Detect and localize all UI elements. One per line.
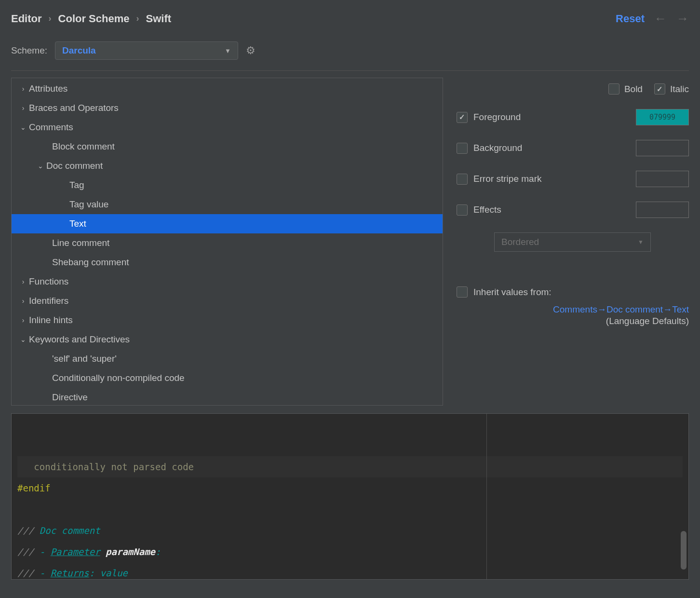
preview-line: conditionally not parsed code: [17, 456, 683, 477]
breadcrumb-swift[interactable]: Swift: [146, 13, 172, 25]
tree-item-braces[interactable]: ›Braces and Operators: [12, 98, 443, 118]
effects-label: Effects: [473, 204, 501, 215]
chevron-right-icon[interactable]: ›: [17, 278, 29, 285]
effects-type-value: Bordered: [501, 237, 539, 247]
tree-label: Braces and Operators: [29, 103, 119, 113]
inherit-checkbox[interactable]: [457, 286, 468, 298]
tree-item-comments[interactable]: ⌄Comments: [12, 118, 443, 137]
back-arrow-icon: ←: [654, 11, 667, 26]
tree-item-functions[interactable]: ›Functions: [12, 272, 443, 291]
tree-label: 'self' and 'super': [52, 353, 117, 364]
error-stripe-checkbox[interactable]: [457, 174, 468, 185]
inherit-sub-label: (Language Defaults): [457, 316, 689, 326]
preview-line: /// - Returns: value: [17, 568, 128, 578]
code-preview: conditionally not parsed code #endif ///…: [11, 413, 689, 580]
tree-label: Directive: [52, 392, 88, 403]
chevron-down-icon[interactable]: ⌄: [35, 162, 46, 170]
scheme-select[interactable]: Darcula ▼: [55, 41, 238, 60]
background-checkbox[interactable]: [457, 143, 468, 154]
chevron-right-icon[interactable]: ›: [17, 85, 29, 93]
chevron-right-icon[interactable]: ›: [17, 316, 29, 324]
chevron-right-icon: ›: [49, 14, 52, 24]
tree-item-inline-hints[interactable]: ›Inline hints: [12, 311, 443, 330]
tree-label: Functions: [29, 276, 68, 287]
tree-label: Comments: [29, 122, 73, 133]
tree-item-attributes[interactable]: ›Attributes: [12, 79, 443, 98]
inherit-link-comments[interactable]: Comments: [553, 304, 597, 314]
inherit-link-text[interactable]: Text: [672, 304, 689, 314]
chevron-down-icon: ▼: [225, 47, 231, 54]
tree-label: Doc comment: [46, 161, 103, 171]
tree-label: Keywords and Directives: [29, 334, 130, 345]
tree-label: Tag value: [69, 199, 108, 210]
tree-label: Inline hints: [29, 315, 73, 326]
tree-item-tag-value[interactable]: Tag value: [12, 195, 443, 214]
chevron-right-icon[interactable]: ›: [17, 104, 29, 112]
foreground-color-swatch[interactable]: 079999: [636, 109, 689, 125]
preview-line: /// Doc comment: [17, 525, 100, 536]
tree-label: Conditionally non-compiled code: [52, 373, 185, 383]
inherit-link-doc-comment[interactable]: Doc comment: [606, 304, 663, 314]
preview-line: #endif: [17, 483, 51, 493]
chevron-right-icon: ›: [136, 14, 139, 24]
tree-item-block-comment[interactable]: Block comment: [12, 137, 443, 156]
preview-line: /// - Parameter paramName:: [17, 546, 161, 557]
foreground-checkbox[interactable]: [457, 112, 468, 123]
tree-label: Shebang comment: [52, 257, 129, 268]
chevron-down-icon[interactable]: ⌄: [17, 123, 29, 131]
error-stripe-label: Error stripe mark: [473, 174, 541, 184]
scrollbar-thumb[interactable]: [681, 531, 687, 570]
inherit-label: Inherit values from:: [473, 287, 552, 298]
italic-checkbox[interactable]: [654, 83, 665, 95]
tree-item-identifiers[interactable]: ›Identifiers: [12, 291, 443, 311]
error-stripe-color-swatch[interactable]: [636, 171, 689, 187]
foreground-label: Foreground: [473, 112, 521, 122]
tree-item-tag[interactable]: Tag: [12, 176, 443, 195]
tree-item-text[interactable]: Text: [12, 214, 443, 233]
chevron-right-icon[interactable]: ›: [17, 297, 29, 305]
tree-label: Block comment: [52, 141, 115, 152]
tree-label: Tag: [69, 180, 84, 190]
italic-label: Italic: [670, 84, 689, 95]
reset-button[interactable]: Reset: [616, 13, 645, 25]
tree-item-self-super[interactable]: 'self' and 'super': [12, 349, 443, 368]
tree-item-directive[interactable]: Directive: [12, 388, 443, 406]
breadcrumb-color-scheme[interactable]: Color Scheme: [58, 13, 130, 25]
background-label: Background: [473, 143, 522, 153]
background-color-swatch[interactable]: [636, 140, 689, 156]
tree-label: Line comment: [52, 238, 109, 248]
bold-label: Bold: [624, 84, 643, 95]
chevron-down-icon[interactable]: ⌄: [17, 336, 29, 343]
effects-type-select: Bordered ▼: [494, 232, 651, 252]
tree-item-doc-comment[interactable]: ⌄Doc comment: [12, 156, 443, 176]
scheme-label: Scheme:: [11, 45, 47, 56]
tree-item-shebang[interactable]: Shebang comment: [12, 253, 443, 272]
chevron-down-icon: ▼: [638, 239, 644, 245]
tree-label: Attributes: [29, 83, 67, 94]
bold-checkbox[interactable]: [608, 83, 619, 95]
tree-item-cond-non-compiled[interactable]: Conditionally non-compiled code: [12, 368, 443, 388]
tree-item-keywords[interactable]: ⌄Keywords and Directives: [12, 330, 443, 349]
tree-label: Identifiers: [29, 296, 68, 306]
tree-item-line-comment[interactable]: Line comment: [12, 233, 443, 253]
forward-arrow-icon: →: [676, 11, 689, 26]
effects-checkbox[interactable]: [457, 204, 468, 216]
breadcrumb: Editor › Color Scheme › Swift: [11, 13, 171, 25]
gear-icon[interactable]: ⚙: [246, 44, 256, 57]
effects-color-swatch[interactable]: [636, 202, 689, 218]
tree-label: Text: [69, 218, 86, 229]
attributes-tree: ›Attributes ›Braces and Operators ⌄Comme…: [11, 78, 443, 406]
breadcrumb-editor[interactable]: Editor: [11, 13, 42, 25]
scheme-value: Darcula: [62, 45, 96, 56]
